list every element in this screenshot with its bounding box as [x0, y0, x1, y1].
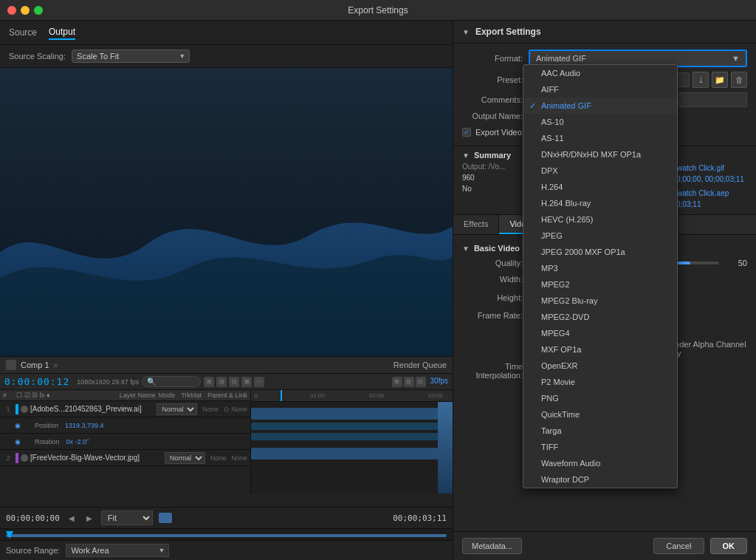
- dropdown-item-mpeg2dvd[interactable]: MPEG2-DVD: [523, 309, 677, 325]
- toolbar-icon-4[interactable]: ⊠: [241, 377, 252, 387]
- dropdown-item-aac[interactable]: AAC Audio: [523, 65, 677, 81]
- preset-folder-button[interactable]: 📁: [712, 72, 728, 88]
- cancel-button[interactable]: Cancel: [653, 538, 704, 554]
- toolbar-icon-1[interactable]: ⊞: [204, 377, 214, 387]
- dropdown-item-dpx[interactable]: DPX: [523, 163, 677, 179]
- dropdown-item-quicktime[interactable]: QuickTime: [523, 406, 677, 423]
- playhead-range[interactable]: [6, 534, 447, 537]
- tab-effects[interactable]: Effects: [453, 215, 499, 234]
- dropdown-item-as11[interactable]: AS-11: [523, 130, 677, 146]
- next-frame-button[interactable]: ▶: [83, 512, 95, 524]
- fit-select[interactable]: Fit: [101, 511, 153, 525]
- dropdown-item-aiff[interactable]: AIFF: [523, 81, 677, 98]
- layer-color-2: [16, 453, 18, 463]
- dropdown-item-jpeg2000[interactable]: JPEG 2000 MXF OP1a: [523, 244, 677, 260]
- dropdown-item-h264[interactable]: H.264: [523, 179, 677, 195]
- dropdown-item-waveform[interactable]: Waveform Audio: [523, 455, 677, 471]
- layer-label-2: [FreeVector-Big-Wave-Vector.jpg]: [30, 454, 162, 462]
- timeline-bar-1[interactable]: [251, 408, 445, 420]
- dropdown-item-mpeg2[interactable]: MPEG2: [523, 276, 677, 293]
- preset-delete-button[interactable]: 🗑: [731, 72, 747, 88]
- settings-form: Format: Animated GIF ▼ AAC Audio AIFF An…: [453, 44, 756, 146]
- dropdown-item-tiff[interactable]: TIFF: [523, 439, 677, 455]
- comp-panel: Comp 1 ≡ Render Queue 0:00:00:12 1080x19…: [0, 356, 453, 560]
- metadata-button[interactable]: Metadata...: [462, 538, 522, 554]
- source-range-select[interactable]: Work Area: [66, 544, 169, 557]
- summary-title: Summary: [474, 151, 511, 160]
- close-button[interactable]: [7, 6, 16, 15]
- dropdown-item-as10[interactable]: AS-10: [523, 114, 677, 130]
- dropdown-item-mxfop1a[interactable]: MXF OP1a: [523, 341, 677, 358]
- dropdown-item-mpeg4[interactable]: MPEG4: [523, 325, 677, 341]
- dropdown-item-targa[interactable]: Targa: [523, 423, 677, 439]
- sublayer-rotation-label: Rotation: [35, 438, 60, 445]
- dropdown-item-p2movie[interactable]: P2 Movie: [523, 374, 677, 390]
- right-tool-3[interactable]: ⊡: [416, 377, 426, 387]
- bottom-buttons: Metadata... Cancel OK: [453, 531, 756, 560]
- toolbar-icon-5[interactable]: ⋯: [254, 377, 264, 387]
- timeline-controls: 0:00:00:12 1080x1920 29.97 fps ⊞ ⊟ ⊡ ⊠ ⋯…: [0, 374, 453, 390]
- layer-visibility-2[interactable]: [21, 454, 28, 462]
- dropdown-item-openexr[interactable]: OpenEXR: [523, 358, 677, 374]
- timeline-bar-2[interactable]: [251, 448, 445, 460]
- summary-collapse[interactable]: ▼: [462, 151, 470, 160]
- layer-mode-select-1[interactable]: Normal: [157, 403, 197, 415]
- comp-icon: [6, 360, 16, 370]
- basic-video-collapse[interactable]: ▼: [462, 245, 470, 253]
- dropdown-item-mpeg2bluray[interactable]: MPEG2 Blu-ray: [523, 293, 677, 309]
- timeline-toolbar: ⊞ ⊟ ⊡ ⊠ ⋯: [204, 377, 264, 387]
- window-controls[interactable]: [7, 6, 43, 15]
- layer-num-1: 1: [3, 406, 13, 413]
- layer-visibility-1[interactable]: [21, 406, 28, 413]
- export-settings-header: ▼ Export Settings: [453, 21, 756, 44]
- source-scaling-select[interactable]: Scale To Fit: [72, 49, 190, 63]
- dropdown-item-animated-gif[interactable]: Animated GIF: [523, 98, 677, 114]
- range-icon[interactable]: [159, 513, 172, 523]
- preview-area: [0, 68, 453, 356]
- preset-save-button[interactable]: ⤓: [693, 72, 709, 88]
- tab-output[interactable]: Output: [49, 25, 75, 40]
- dropdown-item-jpeg[interactable]: JPEG: [523, 228, 677, 244]
- ok-button[interactable]: OK: [710, 538, 748, 554]
- tab-source[interactable]: Source: [9, 26, 37, 39]
- minimize-button[interactable]: [21, 6, 30, 15]
- layer-mode-select-2[interactable]: Normal: [165, 452, 205, 464]
- ruler-label-3: 03;00: [428, 392, 443, 399]
- end-time-display: 00;00;03;11: [393, 513, 447, 523]
- lh-parent: Parent & Link: [207, 392, 247, 399]
- title-bar: Export Settings: [0, 0, 756, 21]
- table-row: 1 [AdobeS...210452863_Preview.ai] Normal…: [0, 401, 250, 450]
- render-queue-label: Render Queue: [394, 361, 447, 369]
- export-video-checkbox[interactable]: [462, 128, 471, 137]
- toolbar-icon-3[interactable]: ⊡: [229, 377, 239, 387]
- timeline-bar-pos[interactable]: [251, 423, 445, 430]
- left-panel: Source Output Source Scaling: Scale To F…: [0, 21, 453, 560]
- dropdown-item-dnx[interactable]: DNxHR/DNxHD MXF OP1a: [523, 146, 677, 163]
- layer-num-2: 2: [3, 454, 13, 462]
- layer-search-input[interactable]: [142, 376, 201, 387]
- collapse-arrow[interactable]: ▼: [462, 28, 470, 36]
- source-range-label: Source Range:: [6, 546, 60, 555]
- right-tool-2[interactable]: ⊟: [404, 377, 414, 387]
- dropdown-item-wraptor[interactable]: Wraptor DCP: [523, 471, 677, 488]
- format-label: Format:: [462, 54, 529, 63]
- lh-num: #: [3, 392, 13, 399]
- source-range-row: Source Range: Work Area ▼: [0, 540, 453, 560]
- comments-label: Comments:: [462, 95, 529, 104]
- dropdown-item-mp3[interactable]: MP3: [523, 260, 677, 276]
- timecode-display[interactable]: 0:00:00:12: [4, 376, 69, 387]
- dropdown-item-hevc[interactable]: HEVC (H.265): [523, 211, 677, 228]
- maximize-button[interactable]: [34, 6, 43, 15]
- fps-indicator: 30fps: [430, 377, 448, 387]
- timeline-bar-rot[interactable]: [251, 433, 445, 440]
- interp-label: Time Interpolation:: [462, 362, 529, 380]
- dropdown-item-h264bluray[interactable]: H.264 Blu-ray: [523, 195, 677, 211]
- toolbar-icon-2[interactable]: ⊟: [216, 377, 227, 387]
- comp-menu-icon[interactable]: ≡: [54, 361, 58, 369]
- prev-frame-button[interactable]: ◀: [66, 512, 78, 524]
- dropdown-item-png[interactable]: PNG: [523, 390, 677, 406]
- layer-row-1[interactable]: 1 [AdobeS...210452863_Preview.ai] Normal…: [0, 401, 250, 417]
- layer-row-2[interactable]: 2 [FreeVector-Big-Wave-Vector.jpg] Norma…: [0, 450, 250, 466]
- right-tool-1[interactable]: ⊞: [392, 377, 402, 387]
- source-range-select-container: Work Area ▼: [66, 544, 169, 557]
